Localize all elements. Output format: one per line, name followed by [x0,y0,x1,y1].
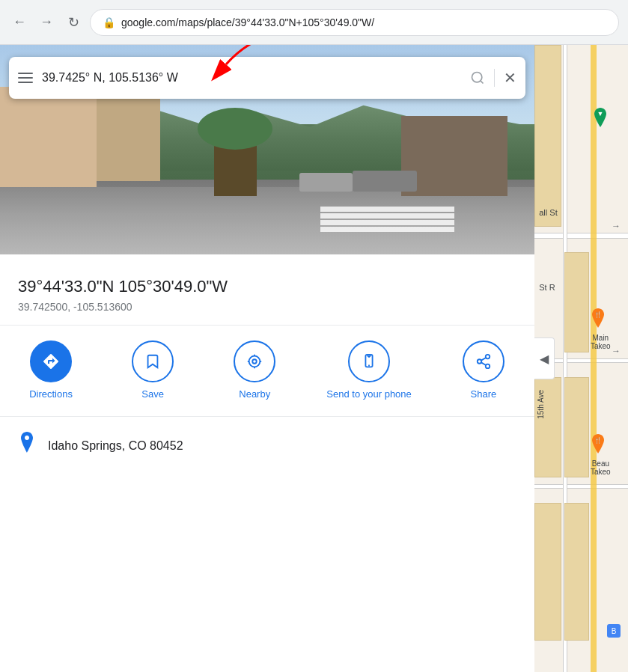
search-divider [494,69,495,87]
nearby-label: Nearby [239,388,270,401]
svg-point-12 [478,359,482,364]
search-bar: 39.7425° N, 105.5136° W [9,57,525,99]
svg-text:B: B [612,627,617,635]
svg-line-15 [481,358,486,361]
crosswalk [320,207,454,244]
tree-top [198,108,272,150]
action-buttons: Directions Save [0,326,534,417]
hamburger-menu[interactable] [18,73,33,83]
location-info: 39°44'33.0"N 105°30'49.0"W 39.742500, -1… [0,262,534,326]
map-block-4 [534,45,561,227]
send-to-phone-button[interactable]: Send to your phone [326,340,411,401]
map-label-st-r: St R [539,283,555,292]
collapse-panel-button[interactable]: ◀ [534,337,555,379]
svg-line-2 [481,81,484,84]
svg-line-14 [481,362,486,365]
map-panel[interactable]: → → all St St R 15th Ave ▼ 🍴 [534,45,628,672]
map-label-wall-st: all St [539,208,557,217]
svg-text:🍴: 🍴 [594,436,602,444]
send-to-phone-label: Send to your phone [326,388,411,401]
share-label: Share [471,388,497,401]
svg-text:🍴: 🍴 [594,311,602,318]
address-text: Idaho Springs, CO 80452 [48,439,183,453]
refresh-button[interactable]: ↻ [63,12,84,33]
map-road-h3 [534,484,628,489]
left-panel: 39.7425° N, 105.5136° W [0,45,534,672]
map-poi-green: ▼ [593,108,608,132]
map-block-3 [564,377,589,477]
search-button[interactable] [470,70,485,85]
map-label-15th-ave: 15th Ave [537,390,545,419]
location-pin-icon [18,432,36,460]
main-layout: 39.7425° N, 105.5136° W [0,45,628,672]
coordinates-main: 39°44'33.0"N 105°30'49.0"W [18,277,516,296]
save-circle [132,340,174,382]
map-road-h1 [534,233,628,239]
svg-point-11 [486,355,490,359]
url-text: google.com/maps/place/39°44'33.0"N+105°3… [121,16,374,28]
send-to-phone-circle [348,340,390,382]
svg-point-13 [486,364,490,369]
map-arrow-right-2: → [612,346,621,356]
coordinates-decimal: 39.742500, -105.513600 [18,301,516,313]
nearby-button[interactable]: Nearby [225,340,284,401]
map-arrow-right: → [612,221,621,231]
building-right [401,116,508,195]
map-block-5 [534,503,561,641]
address-section: Idaho Springs, CO 80452 [0,417,534,475]
map-poi-food-2: 🍴 BeauTakeo [591,434,611,476]
car-2 [299,173,353,192]
share-circle [463,340,504,382]
red-arrow [181,45,316,83]
clear-button[interactable]: ✕ [504,69,516,87]
directions-label: Directions [29,388,73,401]
map-road-v-main [591,45,597,672]
directions-button[interactable]: Directions [21,340,81,401]
svg-point-1 [472,73,482,82]
directions-circle [30,340,72,382]
car-1 [353,171,417,192]
svg-point-3 [252,359,257,364]
map-block-6 [564,503,589,641]
address-bar[interactable]: 🔒 google.com/maps/place/39°44'33.0"N+105… [90,9,619,36]
map-poi-food-1: 🍴 MainTakeo [591,308,611,350]
forward-button[interactable]: → [36,12,57,33]
browser-chrome: ← → ↻ 🔒 google.com/maps/place/39°44'33.0… [0,0,628,45]
nearby-circle [234,340,275,382]
back-button[interactable]: ← [9,12,30,33]
lock-icon: 🔒 [103,16,115,28]
search-bar-container: 39.7425° N, 105.5136° W [9,57,525,99]
building-left [0,87,97,192]
save-label: Save [141,388,164,401]
share-button[interactable]: Share [454,340,513,401]
save-button[interactable]: Save [123,340,183,401]
svg-point-4 [249,356,260,367]
svg-text:▼: ▼ [597,110,603,117]
chevron-left-icon: ◀ [540,352,549,366]
building-mid-left [97,97,161,181]
map-poi-transit: B [607,624,621,641]
map-block-1 [564,252,589,352]
